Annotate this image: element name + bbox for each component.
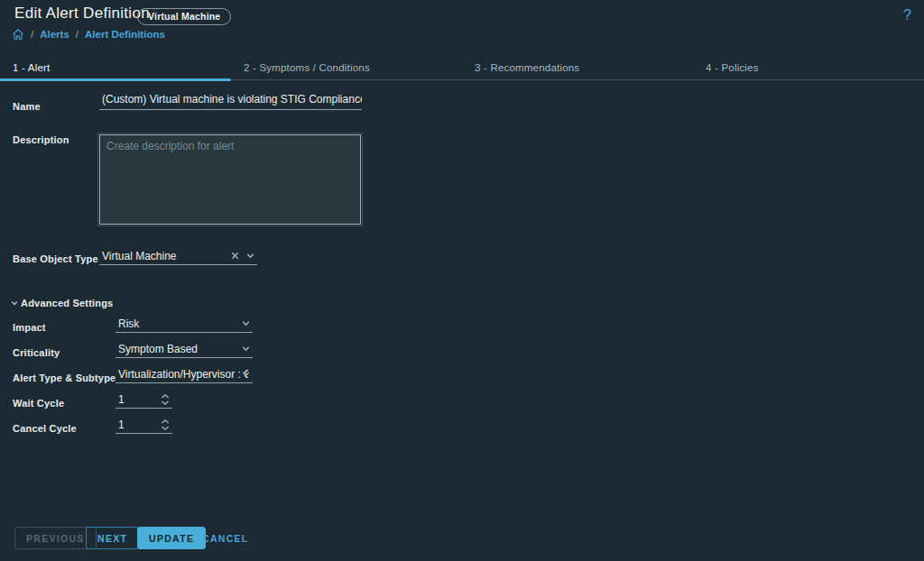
up-down-stepper-icon[interactable]	[161, 418, 172, 431]
alert-type-subtype-select[interactable]: Virtualization/Hypervisor : Comp	[116, 365, 253, 383]
impact-value: Risk	[116, 317, 241, 330]
criticality-label: Criticality	[13, 347, 60, 358]
tab-symptoms-conditions[interactable]: 2 - Symptoms / Conditions	[231, 57, 462, 79]
breadcrumb-link-alerts[interactable]: Alerts	[40, 29, 69, 40]
breadcrumb: / Alerts / Alert Definitions	[12, 27, 165, 41]
criticality-select[interactable]: Symptom Based	[116, 340, 253, 358]
advanced-settings-label: Advanced Settings	[21, 298, 113, 308]
home-icon[interactable]	[12, 28, 24, 41]
tab-label: 2 - Symptoms / Conditions	[244, 62, 370, 73]
wait-cycle-input[interactable]	[116, 393, 152, 406]
tab-policies[interactable]: 4 - Policies	[693, 57, 924, 79]
cancel-button[interactable]: CANCEL	[191, 527, 260, 549]
alert-type-subtype-value: Virtualization/Hypervisor : Comp	[116, 368, 248, 381]
object-type-badge: Virtual Machine	[137, 8, 231, 25]
chevron-down-icon	[241, 369, 251, 379]
previous-button[interactable]: PREVIOUS	[14, 527, 97, 549]
wait-cycle-stepper	[116, 391, 172, 409]
tab-label: 3 - Recommendations	[475, 62, 579, 73]
criticality-value: Symptom Based	[116, 343, 241, 355]
chevron-down-icon	[10, 299, 19, 308]
chevron-down-icon[interactable]	[245, 251, 255, 261]
page-title: Edit Alert Definition	[14, 5, 150, 23]
help-icon[interactable]: ?	[903, 7, 911, 23]
tab-label: 4 - Policies	[706, 62, 759, 73]
advanced-settings-toggle[interactable]: Advanced Settings	[10, 298, 113, 308]
description-textarea[interactable]	[99, 134, 361, 225]
cancel-cycle-input[interactable]	[116, 418, 152, 431]
cancel-cycle-stepper	[116, 416, 172, 434]
tab-alert[interactable]: 1 - Alert	[0, 57, 231, 79]
alert-type-subtype-label: Alert Type & Subtype	[13, 372, 116, 383]
tab-label: 1 - Alert	[13, 62, 50, 73]
chevron-down-icon	[241, 318, 251, 328]
breadcrumb-separator: /	[31, 29, 33, 40]
clear-x-icon[interactable]	[231, 252, 239, 260]
tab-recommendations[interactable]: 3 - Recommendations	[462, 57, 693, 79]
edit-alert-definition-page: Edit Alert Definition Virtual Machine ? …	[0, 0, 924, 561]
cancel-cycle-label: Cancel Cycle	[13, 423, 77, 434]
name-input[interactable]	[99, 93, 362, 110]
next-button[interactable]: NEXT	[86, 527, 139, 549]
base-object-type-value: Virtual Machine	[99, 250, 231, 262]
up-down-stepper-icon[interactable]	[161, 393, 172, 406]
wait-cycle-label: Wait Cycle	[13, 398, 64, 409]
impact-select[interactable]: Risk	[116, 315, 253, 333]
chevron-down-icon	[241, 344, 251, 354]
base-object-type-label: Base Object Type	[13, 253, 98, 264]
breadcrumb-link-alert-definitions[interactable]: Alert Definitions	[85, 29, 165, 40]
name-label: Name	[13, 101, 41, 112]
base-object-type-combobox[interactable]: Virtual Machine	[99, 247, 257, 265]
wizard-tabs: 1 - Alert 2 - Symptoms / Conditions 3 - …	[0, 57, 924, 80]
breadcrumb-separator: /	[76, 29, 79, 40]
impact-label: Impact	[13, 322, 46, 333]
description-label: Description	[13, 134, 69, 145]
